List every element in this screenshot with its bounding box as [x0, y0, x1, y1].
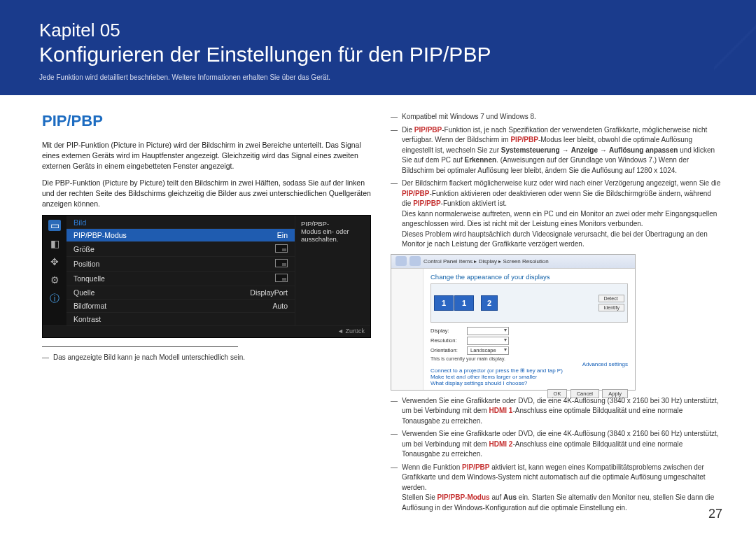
note-hdmi2: ― Verwenden Sie eine Grafikkarte oder DV… — [391, 429, 722, 460]
detect-button: Detect — [598, 295, 624, 302]
help-link: What display settings should I choose? — [430, 380, 527, 386]
intro-paragraph-1: Mit der PIP-Funktion (Picture in Picture… — [42, 140, 371, 172]
orientation-select: Landscape — [467, 346, 509, 355]
display-label: Display: — [430, 328, 463, 334]
dash-icon: ― — [391, 112, 398, 122]
dash-icon: ― — [391, 463, 398, 514]
left-column: PIP/PBP Mit der PIP-Funktion (Picture in… — [42, 112, 371, 516]
text-size-link: Make text and other items larger or smal… — [430, 374, 537, 380]
note-availability: ― Die PIP/PBP-Funktion ist, je nach Spez… — [391, 125, 722, 176]
chapter-subtitle: Jede Funktion wird detailliert beschrieb… — [39, 73, 717, 81]
monitor-icon: ▭ — [48, 220, 61, 231]
osd-desc-line: PIP/PBP- — [301, 220, 365, 227]
osd-menu-row: Tonquelle — [66, 271, 295, 286]
osd-row-value: DisplayPort — [250, 288, 288, 297]
pip-layout-icon — [275, 274, 288, 282]
info-icon: ⓘ — [48, 293, 61, 304]
window-titlebar: Control Panel Items ▸ Display ▸ Screen R… — [391, 255, 635, 269]
advanced-settings-link: Advanced settings — [582, 361, 628, 367]
note-text: Verwenden Sie eine Grafikkarte oder DVD,… — [402, 396, 722, 427]
note-text: Die PIP/PBP-Funktion ist, je nach Spezif… — [402, 125, 722, 176]
chapter-label: Kapitel 05 — [39, 20, 717, 41]
osd-row-label: Kontrast — [74, 315, 101, 323]
osd-row-value: Auto — [272, 302, 288, 310]
section-title: PIP/PBP — [42, 112, 371, 130]
window-heading: Change the appearance of your displays — [430, 273, 628, 281]
identify-button: Identify — [598, 304, 624, 311]
settings-icon: ⚙ — [48, 274, 61, 286]
note-text: Wenn die Funktion PIP/PBP aktiviert ist,… — [402, 463, 722, 514]
dash-icon: ― — [391, 396, 398, 427]
osd-footer: ◄ Zurück — [43, 325, 370, 337]
page-number: 27 — [708, 507, 722, 521]
note-text: Verwenden Sie eine Grafikkarte oder DVD,… — [402, 429, 722, 460]
osd-row-label: Tonquelle — [74, 274, 105, 283]
osd-menu-row: Kontrast — [66, 312, 295, 325]
osd-row-label: Bildformat — [74, 302, 106, 310]
display-select — [467, 327, 509, 335]
osd-row-label: Position — [74, 260, 99, 268]
monitor-arrangement-area: 1 1 2 Detect Identify — [430, 283, 628, 323]
intro-paragraph-2: Die PBP-Funktion (Picture by Picture) te… — [42, 178, 371, 210]
osd-back-label: Zurück — [345, 328, 365, 335]
osd-menu-title: Bild — [66, 216, 295, 228]
chapter-header: Kapitel 05 Konfigurieren der Einstellung… — [0, 0, 756, 95]
chapter-title: Konfigurieren der Einstellungen für den … — [39, 43, 717, 66]
osd-row-value: Ein — [277, 231, 288, 239]
osd-menu-row: QuelleDisplayPort — [66, 286, 295, 299]
dash-icon: ― — [391, 178, 398, 250]
monitor-2-tile: 2 — [481, 295, 498, 311]
nav-forward-icon — [410, 256, 421, 266]
model-footnote: ― Das angezeigte Bild kann je nach Model… — [42, 353, 371, 363]
monitor-1-tile: 1 — [434, 295, 454, 311]
osd-desc-line: ausschalten. — [301, 235, 365, 243]
osd-row-label: Größe — [74, 245, 94, 253]
monitor-group: 1 1 — [434, 295, 474, 311]
move-icon: ✥ — [48, 256, 61, 267]
orientation-label: Orientation: — [430, 347, 463, 353]
projector-link: Connect to a projector (or press the ⊞ k… — [430, 367, 563, 374]
osd-row-value — [275, 274, 288, 283]
osd-description-panel: PIP/PBP- Modus ein- oder ausschalten. — [295, 216, 370, 325]
footnote-text: Das angezeigte Bild kann je nach Modell … — [53, 353, 245, 363]
note-flicker: ― Der Bildschirm flackert möglicherweise… — [391, 178, 722, 250]
window-content: Change the appearance of your displays 1… — [424, 269, 635, 390]
osd-menu-row: BildformatAuto — [66, 299, 295, 312]
pip-layout-icon — [275, 259, 288, 267]
note-hdmi1: ― Verwenden Sie eine Grafikkarte oder DV… — [391, 396, 722, 427]
window-sidebar — [391, 269, 424, 390]
note-text: Der Bildschirm flackert möglicherweise k… — [402, 178, 722, 250]
osd-row-label: Quelle — [74, 288, 94, 297]
dash-icon: ― — [42, 353, 49, 363]
note-windows-compat: ― Wenn die Funktion PIP/PBP aktiviert is… — [391, 463, 722, 514]
back-arrow-icon: ◄ — [337, 328, 344, 335]
pip-layout-icon — [275, 244, 288, 253]
dash-icon: ― — [391, 429, 398, 460]
note-text: Kompatibel mit Windows 7 und Windows 8. — [402, 112, 536, 122]
osd-row-label: PIP/PBP-Modus — [74, 231, 127, 239]
note-compatibility: ― Kompatibel mit Windows 7 und Windows 8… — [391, 112, 722, 122]
main-display-note: This is currently your main display. — [430, 356, 628, 361]
osd-desc-line: Modus ein- oder — [301, 227, 365, 235]
right-column: ― Kompatibel mit Windows 7 und Windows 8… — [391, 112, 722, 516]
footnote-divider — [42, 346, 238, 347]
windows-display-settings-screenshot: Control Panel Items ▸ Display ▸ Screen R… — [391, 254, 636, 391]
osd-sidebar: ▭ ◧ ✥ ⚙ ⓘ — [43, 216, 66, 325]
osd-row-value — [275, 244, 288, 254]
breadcrumb-path: Control Panel Items ▸ Display ▸ Screen R… — [424, 258, 549, 265]
resolution-label: Resolution: — [430, 337, 463, 344]
osd-menu: Bild PIP/PBP-ModusEinGrößePositionTonque… — [66, 216, 295, 325]
resolution-select — [467, 337, 509, 345]
osd-row-value — [275, 259, 288, 269]
osd-menu-row: PIP/PBP-ModusEin — [66, 228, 295, 241]
osd-menu-row: Position — [66, 256, 295, 271]
monitor-1b-tile: 1 — [454, 295, 474, 311]
dash-icon: ― — [391, 125, 398, 176]
osd-screenshot: ▭ ◧ ✥ ⚙ ⓘ Bild PIP/PBP-ModusEinGrößePosi… — [42, 215, 371, 338]
adjust-icon: ◧ — [48, 238, 61, 249]
nav-back-icon — [396, 256, 407, 266]
osd-menu-row: Größe — [66, 241, 295, 256]
